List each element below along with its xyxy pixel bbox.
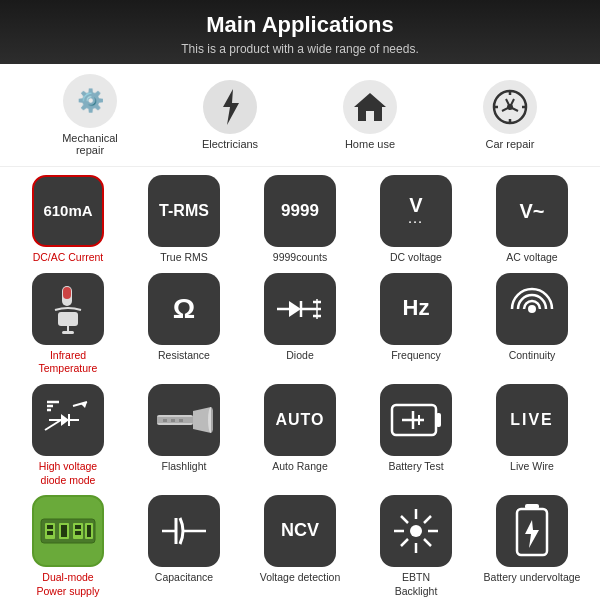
grid-item-high-voltage-diode: High voltage diode mode bbox=[18, 384, 118, 487]
svg-rect-9 bbox=[63, 287, 71, 299]
grid-row-2: Infrared Temperature Ω Resistance bbox=[10, 273, 590, 376]
grid-item-dc-voltage: V ··· DC voltage bbox=[366, 175, 466, 265]
grid-item-battery-test: Battery Test bbox=[366, 384, 466, 487]
flashlight-icon bbox=[148, 384, 220, 456]
continuity-icon bbox=[496, 273, 568, 345]
frequency-icon: Hz bbox=[380, 273, 452, 345]
svg-rect-52 bbox=[75, 531, 81, 535]
grid-item-ac-voltage: V~ AC voltage bbox=[482, 175, 582, 265]
battery-undervoltage-icon bbox=[496, 495, 568, 567]
top-icon-home-use: Home use bbox=[330, 80, 410, 150]
svg-rect-36 bbox=[179, 419, 183, 422]
ebtn-label: EBTN Backlight bbox=[395, 571, 438, 598]
top-icons-row: ⚙️ Mechanical repair Electricians Home u… bbox=[0, 64, 600, 167]
header: Main Applications This is a product with… bbox=[0, 0, 600, 64]
dual-mode-icon bbox=[32, 495, 104, 567]
high-voltage-diode-label: High voltage diode mode bbox=[39, 460, 97, 487]
infrared-label: Infrared Temperature bbox=[39, 349, 98, 376]
capacitance-label: Capacitance bbox=[155, 571, 213, 585]
home-use-label: Home use bbox=[345, 138, 395, 150]
grid-item-battery-undervoltage: Battery undervoltage bbox=[482, 495, 582, 598]
svg-rect-35 bbox=[171, 419, 175, 422]
capacitance-icon bbox=[148, 495, 220, 567]
car-repair-icon bbox=[483, 80, 537, 134]
dual-mode-label: Dual-mode Power supply bbox=[36, 571, 99, 598]
ac-voltage-icon: V~ bbox=[496, 175, 568, 247]
grid-row-4: Dual-mode Power supply Capacitance NCV V… bbox=[10, 495, 590, 598]
grid-item-continuity: Continuity bbox=[482, 273, 582, 376]
features-grid: 610mA DC/AC Current T-RMS True RMS 9999 … bbox=[0, 167, 600, 600]
ac-voltage-label: AC voltage bbox=[506, 251, 557, 265]
svg-line-63 bbox=[401, 516, 408, 523]
svg-point-21 bbox=[528, 305, 536, 313]
true-rms-label: True RMS bbox=[160, 251, 207, 265]
car-repair-label: Car repair bbox=[486, 138, 535, 150]
svg-point-3 bbox=[507, 104, 513, 110]
svg-marker-14 bbox=[289, 301, 301, 317]
svg-line-66 bbox=[401, 539, 408, 546]
grid-item-diode: Diode bbox=[250, 273, 350, 376]
svg-rect-49 bbox=[61, 525, 67, 537]
svg-rect-51 bbox=[75, 525, 81, 529]
flashlight-label: Flashlight bbox=[162, 460, 207, 474]
grid-item-live-wire: LIVE Live Wire bbox=[482, 384, 582, 487]
grid-item-flashlight: Flashlight bbox=[134, 384, 234, 487]
svg-marker-1 bbox=[354, 93, 386, 121]
electricians-icon bbox=[203, 80, 257, 134]
battery-test-icon bbox=[380, 384, 452, 456]
grid-item-9999: 9999 9999counts bbox=[250, 175, 350, 265]
svg-rect-10 bbox=[58, 312, 78, 326]
resistance-label: Resistance bbox=[158, 349, 210, 363]
electricians-label: Electricians bbox=[202, 138, 258, 150]
auto-range-label: Auto Range bbox=[272, 460, 327, 474]
infrared-icon bbox=[32, 273, 104, 345]
9999-label: 9999counts bbox=[273, 251, 327, 265]
ebtn-icon bbox=[380, 495, 452, 567]
grid-item-true-rms: T-RMS True RMS bbox=[134, 175, 234, 265]
svg-rect-54 bbox=[87, 525, 91, 537]
dc-voltage-icon: V ··· bbox=[380, 175, 452, 247]
top-icon-mechanical-repair: ⚙️ Mechanical repair bbox=[50, 74, 130, 156]
grid-item-dual-mode: Dual-mode Power supply bbox=[18, 495, 118, 598]
svg-line-65 bbox=[424, 516, 431, 523]
page-title: Main Applications bbox=[10, 12, 590, 38]
svg-line-22 bbox=[45, 420, 61, 430]
grid-row-3: High voltage diode mode Flashlight AUTO bbox=[10, 384, 590, 487]
svg-marker-24 bbox=[61, 414, 69, 426]
high-voltage-diode-icon bbox=[32, 384, 104, 456]
svg-line-64 bbox=[424, 539, 431, 546]
frequency-label: Frequency bbox=[391, 349, 441, 363]
grid-row-1: 610mA DC/AC Current T-RMS True RMS 9999 … bbox=[10, 175, 590, 265]
grid-item-dc-ac-current: 610mA DC/AC Current bbox=[18, 175, 118, 265]
svg-rect-40 bbox=[436, 413, 441, 427]
dc-ac-current-label: DC/AC Current bbox=[33, 251, 104, 265]
auto-range-icon: AUTO bbox=[264, 384, 336, 456]
battery-test-label: Battery Test bbox=[388, 460, 443, 474]
grid-item-ncv: NCV Voltage detection bbox=[250, 495, 350, 598]
diode-label: Diode bbox=[286, 349, 313, 363]
page-subtitle: This is a product with a wide range of n… bbox=[10, 42, 590, 56]
svg-rect-46 bbox=[47, 525, 53, 529]
svg-rect-12 bbox=[62, 331, 74, 334]
grid-item-ebtn: EBTN Backlight bbox=[366, 495, 466, 598]
dc-ac-current-icon: 610mA bbox=[32, 175, 104, 247]
grid-item-auto-range: AUTO Auto Range bbox=[250, 384, 350, 487]
ncv-icon: NCV bbox=[264, 495, 336, 567]
grid-item-infrared: Infrared Temperature bbox=[18, 273, 118, 376]
grid-item-frequency: Hz Frequency bbox=[366, 273, 466, 376]
svg-marker-0 bbox=[223, 89, 239, 125]
resistance-icon: Ω bbox=[148, 273, 220, 345]
svg-rect-47 bbox=[47, 531, 53, 535]
continuity-label: Continuity bbox=[509, 349, 556, 363]
true-rms-icon: T-RMS bbox=[148, 175, 220, 247]
live-wire-icon: LIVE bbox=[496, 384, 568, 456]
home-use-icon bbox=[343, 80, 397, 134]
top-icon-electricians: Electricians bbox=[190, 80, 270, 150]
diode-icon bbox=[264, 273, 336, 345]
9999-icon: 9999 bbox=[264, 175, 336, 247]
svg-point-58 bbox=[410, 525, 422, 537]
svg-marker-69 bbox=[525, 520, 539, 548]
top-icon-car-repair: Car repair bbox=[470, 80, 550, 150]
grid-item-capacitance: Capacitance bbox=[134, 495, 234, 598]
ncv-label: Voltage detection bbox=[260, 571, 341, 585]
